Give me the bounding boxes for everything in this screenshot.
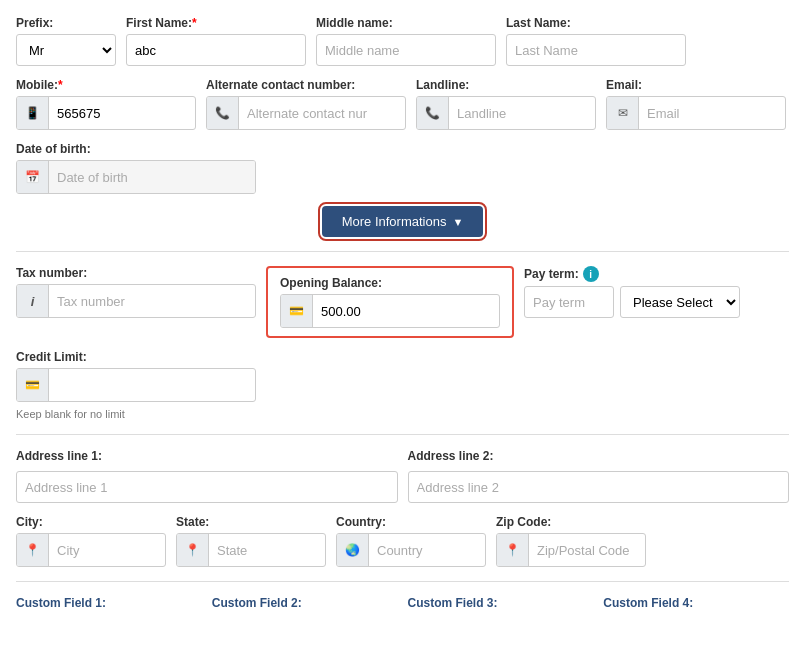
pay-term-select[interactable]: Please Select: [620, 286, 740, 318]
pay-term-input[interactable]: [524, 286, 614, 318]
city-input[interactable]: [49, 534, 165, 566]
state-wrapper: 📍: [176, 533, 326, 567]
prefix-select[interactable]: Mr Mrs Ms Dr: [16, 34, 116, 66]
email-input[interactable]: [639, 97, 785, 129]
prefix-label: Prefix:: [16, 16, 116, 30]
middle-name-input[interactable]: [316, 34, 496, 66]
country-label: Country:: [336, 515, 486, 529]
phone-icon: 📞: [207, 97, 239, 129]
city-group: City: 📍: [16, 515, 166, 567]
alternate-wrapper: 📞: [206, 96, 406, 130]
zip-input[interactable]: [529, 534, 645, 566]
dob-row: Date of birth: 📅: [16, 142, 789, 194]
first-name-label: First Name:*: [126, 16, 306, 30]
pay-term-info-icon[interactable]: i: [583, 266, 599, 282]
alternate-label: Alternate contact number:: [206, 78, 406, 92]
state-group: State: 📍: [176, 515, 326, 567]
globe-icon: 🌏: [337, 534, 369, 566]
middle-name-label: Middle name:: [316, 16, 496, 30]
more-info-label: More Informations: [342, 214, 447, 229]
middle-name-group: Middle name:: [316, 16, 496, 66]
opening-balance-label: Opening Balance:: [280, 276, 500, 290]
custom-field-3-label: Custom Field 3:: [408, 596, 594, 610]
mobile-wrapper: 📱: [16, 96, 196, 130]
address-line2-group: Address line 2:: [408, 449, 790, 503]
first-name-group: First Name:*: [126, 16, 306, 66]
country-wrapper: 🌏: [336, 533, 486, 567]
dob-label: Date of birth:: [16, 142, 256, 156]
calendar-icon: 📅: [17, 161, 49, 193]
keep-blank-text: Keep blank for no limit: [16, 408, 256, 420]
address-line1-label: Address line 1:: [16, 449, 398, 463]
city-wrapper: 📍: [16, 533, 166, 567]
location-row: City: 📍 State: 📍 Country: 🌏 Zip Code: 📍: [16, 515, 789, 567]
credit-limit-wrapper: 💳: [16, 368, 256, 402]
divider-3: [16, 581, 789, 582]
city-pin-icon: 📍: [17, 534, 49, 566]
custom-field-1-label: Custom Field 1:: [16, 596, 202, 610]
address-line2-label: Address line 2:: [408, 449, 790, 463]
alternate-input[interactable]: [239, 97, 405, 129]
pay-term-group: Pay term: i Please Select: [524, 266, 740, 318]
more-info-row: More Informations ▼: [16, 206, 789, 237]
email-wrapper: ✉: [606, 96, 786, 130]
address-row: Address line 1: Address line 2:: [16, 449, 789, 503]
landline-icon: 📞: [417, 97, 449, 129]
alternate-group: Alternate contact number: 📞: [206, 78, 406, 130]
mobile-label: Mobile:*: [16, 78, 196, 92]
landline-label: Landline:: [416, 78, 596, 92]
zip-wrapper: 📍: [496, 533, 646, 567]
credit-icon: 💳: [17, 369, 49, 401]
divider-2: [16, 434, 789, 435]
tax-number-label: Tax number:: [16, 266, 256, 280]
mobile-input[interactable]: [49, 97, 195, 129]
dob-input[interactable]: [49, 161, 255, 193]
custom-field-2-label: Custom Field 2:: [212, 596, 398, 610]
landline-wrapper: 📞: [416, 96, 596, 130]
country-group: Country: 🌏: [336, 515, 486, 567]
state-input[interactable]: [209, 534, 325, 566]
dob-group: Date of birth: 📅: [16, 142, 256, 194]
address-line2-input[interactable]: [408, 471, 790, 503]
email-group: Email: ✉: [606, 78, 786, 130]
chevron-down-icon: ▼: [452, 216, 463, 228]
tax-number-group: Tax number: i: [16, 266, 256, 318]
credit-limit-group: Credit Limit: 💳 Keep blank for no limit: [16, 350, 256, 420]
state-pin-icon: 📍: [177, 534, 209, 566]
country-input[interactable]: [369, 534, 485, 566]
divider-1: [16, 251, 789, 252]
credit-limit-row: Credit Limit: 💳 Keep blank for no limit: [16, 350, 789, 420]
more-info-button[interactable]: More Informations ▼: [322, 206, 484, 237]
pay-term-label: Pay term: i: [524, 266, 740, 282]
email-icon: ✉: [607, 97, 639, 129]
contact-row: Mobile:* 📱 Alternate contact number: 📞 L…: [16, 78, 789, 130]
zip-group: Zip Code: 📍: [496, 515, 646, 567]
first-name-input[interactable]: [126, 34, 306, 66]
info-icon: i: [17, 285, 49, 317]
landline-input[interactable]: [449, 97, 595, 129]
address-line1-group: Address line 1:: [16, 449, 398, 503]
prefix-group: Prefix: Mr Mrs Ms Dr: [16, 16, 116, 66]
credit-limit-label: Credit Limit:: [16, 350, 256, 364]
tax-number-input[interactable]: [49, 285, 255, 317]
finance-row: Tax number: i Opening Balance: 💳 Pay ter…: [16, 266, 789, 338]
dob-wrapper: 📅: [16, 160, 256, 194]
last-name-input[interactable]: [506, 34, 686, 66]
last-name-group: Last Name:: [506, 16, 686, 66]
tax-number-wrapper: i: [16, 284, 256, 318]
credit-limit-input[interactable]: [49, 369, 255, 401]
state-label: State:: [176, 515, 326, 529]
zip-label: Zip Code:: [496, 515, 646, 529]
opening-balance-box: Opening Balance: 💳: [266, 266, 514, 338]
mobile-group: Mobile:* 📱: [16, 78, 196, 130]
mobile-icon: 📱: [17, 97, 49, 129]
opening-balance-input[interactable]: [313, 295, 499, 327]
city-label: City:: [16, 515, 166, 529]
custom-field-4-label: Custom Field 4:: [603, 596, 789, 610]
custom-fields-row: Custom Field 1: Custom Field 2: Custom F…: [16, 596, 789, 610]
last-name-label: Last Name:: [506, 16, 686, 30]
address-line1-input[interactable]: [16, 471, 398, 503]
landline-group: Landline: 📞: [416, 78, 596, 130]
email-label: Email:: [606, 78, 786, 92]
pay-term-inputs: Please Select: [524, 286, 740, 318]
